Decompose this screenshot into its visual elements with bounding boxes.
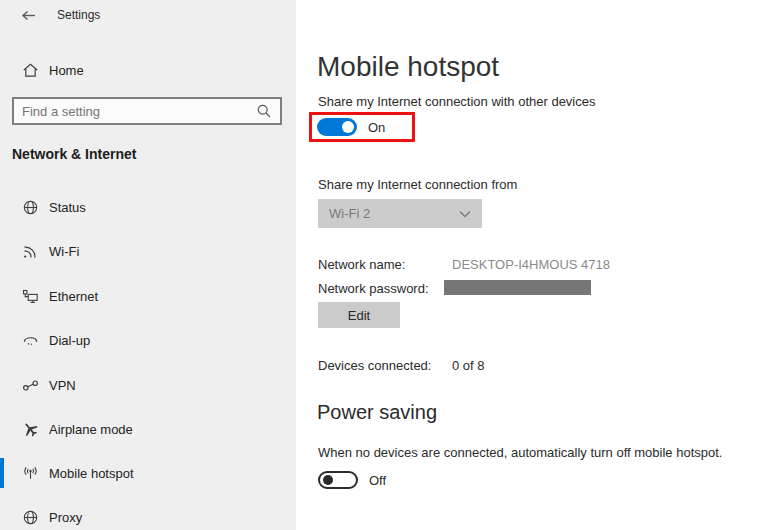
dialup-icon bbox=[22, 332, 39, 349]
share-from-label: Share my Internet connection from bbox=[318, 177, 517, 192]
page-title: Mobile hotspot bbox=[317, 51, 499, 83]
ethernet-icon bbox=[22, 288, 39, 305]
back-arrow-icon bbox=[20, 7, 40, 24]
settings-window: Settings Home Network & Internet bbox=[0, 0, 768, 530]
wifi-icon bbox=[22, 243, 39, 260]
window-title: Settings bbox=[57, 8, 100, 22]
sidebar-item-mobile-hotspot[interactable]: Mobile hotspot bbox=[0, 458, 296, 488]
sidebar-item-airplane-mode[interactable]: Airplane mode bbox=[0, 414, 296, 444]
home-icon bbox=[22, 62, 39, 79]
sidebar-item-label: Dial-up bbox=[49, 333, 90, 348]
network-password-label: Network password: bbox=[318, 281, 429, 296]
toggle-state-label: Off bbox=[369, 473, 386, 488]
toggle-state-label: On bbox=[368, 120, 385, 135]
sidebar-item-label: VPN bbox=[49, 378, 76, 393]
sidebar-item-proxy[interactable]: Proxy bbox=[0, 502, 296, 530]
sidebar-item-vpn[interactable]: VPN bbox=[0, 370, 296, 400]
devices-connected-value: 0 of 8 bbox=[452, 358, 485, 373]
hotspot-icon bbox=[22, 465, 39, 482]
share-from-dropdown[interactable]: Wi-Fi 2 bbox=[318, 199, 482, 228]
proxy-globe-icon bbox=[22, 509, 39, 526]
devices-connected-label: Devices connected: bbox=[318, 358, 431, 373]
vpn-icon bbox=[22, 377, 39, 394]
search-input[interactable] bbox=[14, 104, 256, 119]
airplane-icon bbox=[22, 421, 39, 438]
edit-button[interactable]: Edit bbox=[318, 302, 400, 328]
category-title: Network & Internet bbox=[12, 146, 136, 162]
share-internet-toggle[interactable] bbox=[317, 118, 357, 136]
sidebar-item-ethernet[interactable]: Ethernet bbox=[0, 281, 296, 311]
chevron-down-icon bbox=[459, 210, 471, 218]
toggle-knob bbox=[323, 475, 333, 485]
sidebar-item-label: Status bbox=[49, 200, 86, 215]
sidebar-item-wifi[interactable]: Wi-Fi bbox=[0, 236, 296, 266]
power-saving-toggle[interactable] bbox=[318, 471, 358, 489]
status-globe-icon bbox=[22, 199, 39, 216]
network-name-value: DESKTOP-I4HMOUS 4718 bbox=[452, 257, 610, 272]
selected-indicator bbox=[0, 458, 4, 488]
back-button[interactable] bbox=[20, 7, 40, 25]
power-saving-toggle-row: Off bbox=[318, 471, 386, 489]
sidebar-item-status[interactable]: Status bbox=[0, 192, 296, 222]
attention-highlight-box: On bbox=[309, 112, 415, 142]
network-password-hidden-value bbox=[444, 280, 591, 295]
sidebar-item-label: Wi-Fi bbox=[49, 244, 79, 259]
share-toggle-label: Share my Internet connection with other … bbox=[318, 94, 595, 109]
sidebar-item-label: Home bbox=[49, 63, 84, 78]
sidebar-item-dialup[interactable]: Dial-up bbox=[0, 325, 296, 355]
sidebar-item-home[interactable]: Home bbox=[0, 55, 296, 85]
dropdown-selected-value: Wi-Fi 2 bbox=[329, 206, 370, 221]
network-name-label: Network name: bbox=[318, 257, 405, 272]
sidebar-item-label: Mobile hotspot bbox=[49, 466, 134, 481]
sidebar-item-label: Ethernet bbox=[49, 289, 98, 304]
power-saving-title: Power saving bbox=[317, 401, 437, 424]
sidebar-item-label: Proxy bbox=[49, 510, 82, 525]
search-box bbox=[12, 97, 282, 125]
toggle-knob bbox=[342, 121, 354, 133]
sidebar: Settings Home Network & Internet bbox=[0, 0, 296, 530]
sidebar-item-label: Airplane mode bbox=[49, 422, 133, 437]
power-saving-description: When no devices are connected, automatic… bbox=[318, 445, 722, 460]
search-icon[interactable] bbox=[256, 103, 272, 119]
